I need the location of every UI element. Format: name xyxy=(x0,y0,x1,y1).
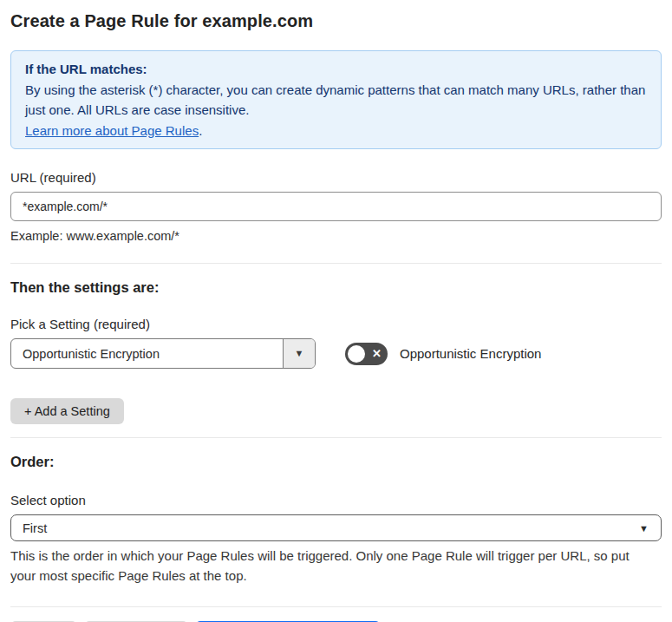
url-input[interactable] xyxy=(10,192,662,221)
toggle-off-x-icon: ✕ xyxy=(372,348,382,359)
pick-setting-label: Pick a Setting (required) xyxy=(10,317,662,331)
url-field-label: URL (required) xyxy=(10,170,662,185)
divider xyxy=(10,437,662,438)
divider xyxy=(10,606,662,607)
url-example-helper: Example: www.example.com/* xyxy=(10,227,662,246)
page-rule-form: Create a Page Rule for example.com If th… xyxy=(0,0,672,622)
select-arrow-icon: ▼ xyxy=(639,523,649,533)
chevron-down-icon: ▼ xyxy=(295,349,304,358)
setting-combobox[interactable]: Opportunistic Encryption ▼ xyxy=(10,338,316,369)
opportunistic-encryption-toggle[interactable]: ✕ xyxy=(345,343,388,365)
learn-more-link[interactable]: Learn more about Page Rules xyxy=(25,123,199,138)
order-section-heading: Order: xyxy=(10,454,662,470)
url-match-info-callout: If the URL matches: By using the asteris… xyxy=(10,50,662,149)
order-select-value: First xyxy=(23,521,47,535)
toggle-knob xyxy=(348,345,365,363)
settings-section-heading: Then the settings are: xyxy=(10,279,662,296)
info-link-period: . xyxy=(199,123,202,138)
page-title: Create a Page Rule for example.com xyxy=(10,11,662,31)
order-select-label: Select option xyxy=(10,493,662,507)
setting-picker-row: Opportunistic Encryption ▼ ✕ Opportunist… xyxy=(10,338,662,369)
setting-combobox-arrow-button[interactable]: ▼ xyxy=(283,339,315,368)
setting-toggle-group: ✕ Opportunistic Encryption xyxy=(345,343,541,365)
add-setting-button[interactable]: + Add a Setting xyxy=(10,398,124,424)
order-select[interactable]: First ▼ xyxy=(10,514,662,541)
order-helper-text: This is the order in which your Page Rul… xyxy=(10,547,656,586)
divider xyxy=(10,263,662,264)
setting-combobox-value: Opportunistic Encryption xyxy=(11,339,283,368)
info-link-line: Learn more about Page Rules. xyxy=(25,121,647,141)
info-body: By using the asterisk (*) character, you… xyxy=(25,80,647,121)
toggle-label: Opportunistic Encryption xyxy=(400,346,541,361)
info-heading: If the URL matches: xyxy=(25,59,647,80)
